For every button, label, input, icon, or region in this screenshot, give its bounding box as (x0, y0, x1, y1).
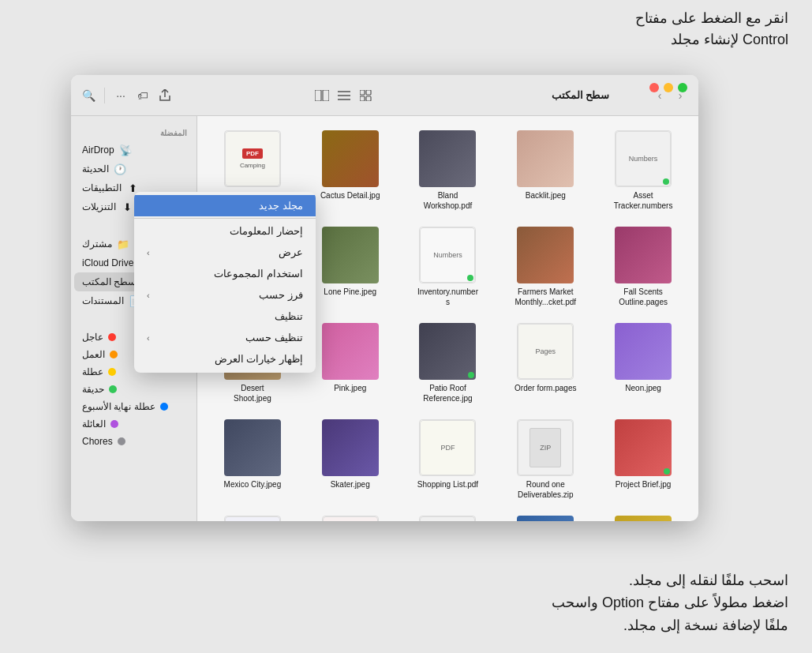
sidebar-label-shared: مشترك (82, 238, 112, 250)
file-name-project: Project Brief.jpg (616, 479, 672, 490)
file-item-backlit[interactable]: Backlit.jpeg (500, 126, 591, 216)
annotation-bottom: اسحب ملفًا لنقله إلى مجلد. اضغط مطولاً ع… (552, 569, 788, 637)
ctx-arrow-sort-by: › (147, 291, 150, 300)
file-thumb-farmers (517, 227, 574, 283)
window-title: سطح المكتب (516, 89, 645, 101)
view-icon-grid[interactable] (358, 88, 374, 103)
file-item-lone[interactable]: Lone Pine.jpeg (305, 222, 396, 312)
file-item-bland[interactable]: Bland Workshop.pdf (402, 126, 494, 216)
context-menu: مجلد جديدإحضار المعلوماتعرض›استخدام المج… (134, 192, 316, 373)
traffic-lights (649, 83, 687, 92)
sidebar-item-tag-family[interactable]: العائلة (74, 415, 193, 433)
file-item-roundone[interactable]: ZIP Round one Deliverables.zip (500, 415, 591, 505)
file-name-inventory: Inventory.numbers (416, 287, 479, 307)
file-thumb-skater (322, 419, 379, 476)
file-item-farmers[interactable]: Farmers Market Monthly...cket.pdf (500, 222, 591, 312)
file-item-neon[interactable]: Neon.jpeg (597, 318, 689, 408)
tag-dot-tag-family (110, 420, 118, 428)
ctx-item-new-folder[interactable]: مجلد جديد (134, 195, 316, 216)
more-options-icon[interactable]: ··· (113, 88, 129, 103)
sidebar-icon-recent: 🕐 (114, 163, 126, 175)
tag-dot-tag-weekend (160, 403, 168, 411)
toolbar-separator (104, 88, 105, 103)
file-item-skater[interactable]: Skater.jpeg (305, 415, 396, 505)
ctx-item-show-view-opts[interactable]: إظهار خيارات العرض (134, 348, 316, 370)
file-name-patio: Patio Roof Reference.jpg (416, 383, 479, 403)
file-thumb-shopping: PDF (419, 419, 476, 476)
sidebar-item-recent[interactable]: 🕐الحديثة (74, 159, 193, 178)
sidebar-label-apps: التطبيقات (82, 182, 122, 193)
sidebar-label-tag-weekend: عطلة نهاية الأسبوع (82, 401, 155, 412)
file-thumb-mexico (224, 419, 281, 476)
ctx-item-get-info[interactable]: إحضار المعلومات (134, 220, 316, 242)
sidebar-label-downloads: التنزيلات (82, 201, 116, 212)
file-item-asset[interactable]: NumbersAsset Tracker.numbers (597, 126, 689, 216)
sidebar-item-tag-weekend[interactable]: عطلة نهاية الأسبوع (74, 398, 193, 415)
toolbar: 🔍 ··· 🏷 سطح المكتب ‹ › (71, 75, 698, 116)
file-item-mexico[interactable]: Mexico City.jpeg (207, 415, 298, 505)
tag-dot-tag-vacation (108, 368, 116, 376)
file-name-order: Order form.pages (515, 383, 576, 393)
file-thumb-asset: Numbers (615, 130, 672, 187)
file-item-presentation[interactable]: docxPresentation Outline.docx (305, 511, 396, 521)
file-thumb-sunflower (615, 516, 672, 521)
file-item-sunflower[interactable] (597, 511, 689, 521)
ctx-item-clean-up-by[interactable]: تنظيف حسب› (134, 327, 316, 348)
tag-icon[interactable]: 🏷 (135, 88, 151, 103)
svg-rect-6 (366, 90, 371, 95)
sidebar-label-tag-urgent: عاجل (82, 332, 103, 343)
file-item-production[interactable]: NumbersProduction Budget.numbers (207, 511, 298, 521)
file-thumb-backlit (517, 130, 574, 187)
ctx-arrow-view: › (147, 248, 150, 257)
ctx-separator-1 (134, 218, 316, 219)
file-item-patio[interactable]: Patio Roof Reference.jpg (402, 318, 494, 408)
ctx-item-view[interactable]: عرض› (134, 242, 316, 263)
file-item-fall[interactable]: Fall Scents Outline.pages (597, 222, 689, 312)
file-status-dot-project (664, 468, 670, 475)
finder-window: 🔍 ··· 🏷 سطح المكتب ‹ › المفضلة📡AirDrop🕐ا… (71, 75, 698, 521)
file-item-cactus[interactable]: Cactus Detail.jpg (305, 126, 396, 216)
file-name-lone: Lone Pine.jpeg (324, 287, 376, 297)
file-thumb-roundone: ZIP (517, 419, 574, 476)
minimize-button[interactable] (664, 83, 673, 92)
file-item-inventory[interactable]: NumbersInventory.numbers (402, 222, 494, 312)
ctx-item-use-groups[interactable]: استخدام المجموعات (134, 263, 316, 284)
sidebar-label-documents: المستندات (82, 295, 124, 306)
file-item-order[interactable]: PagesOrder form.pages (500, 318, 591, 408)
file-thumb-production: Numbers (224, 516, 281, 521)
file-thumb-lone (322, 227, 379, 283)
file-thumb-cactus (322, 130, 379, 187)
search-icon[interactable]: 🔍 (80, 88, 96, 103)
sidebar-item-tag-chores[interactable]: Chores (74, 433, 193, 450)
close-button[interactable] (649, 83, 659, 92)
file-name-pink: Pink.jpeg (334, 383, 366, 393)
sidebar-label-tag-garden: حديقة (82, 384, 104, 395)
file-item-pink[interactable]: Pink.jpeg (305, 318, 396, 408)
view-icon-columns[interactable] (314, 88, 330, 103)
ctx-item-sort-by[interactable]: فرز حسب› (134, 284, 316, 306)
annotation-top: انقر مع الضغط على مفتاح Control لإنشاء م… (635, 8, 788, 51)
sidebar-label-tag-chores: Chores (82, 436, 113, 447)
file-thumb-order: Pages (517, 323, 574, 380)
file-item-project[interactable]: Project Brief.jpg (597, 415, 689, 505)
svg-rect-1 (323, 90, 329, 101)
sidebar-item-tag-garden[interactable]: حديقة (74, 381, 193, 398)
fullscreen-button[interactable] (678, 83, 687, 92)
file-item-zip2[interactable]: ZIP (402, 511, 494, 521)
sidebar-icon-downloads: ⬇ (121, 201, 133, 213)
sidebar-label-tag-family: العائلة (82, 418, 106, 430)
file-name-backlit: Backlit.jpeg (526, 190, 566, 201)
sidebar-label-recent: الحديثة (82, 163, 109, 175)
ctx-arrow-clean-up-by: › (147, 333, 150, 343)
file-item-shopping[interactable]: PDFShopping List.pdf (402, 415, 494, 505)
file-name-skater: Skater.jpeg (331, 479, 370, 490)
svg-rect-7 (360, 96, 365, 101)
annotation-bottom-line3: ملفًا لإضافة نسخة إلى مجلد. (552, 614, 788, 637)
file-name-mexico: Mexico City.jpeg (224, 479, 282, 490)
view-icon-list[interactable] (336, 88, 352, 103)
file-item-schedule[interactable] (500, 511, 591, 521)
tag-dot-tag-garden (109, 385, 117, 393)
share-icon[interactable] (157, 88, 173, 103)
ctx-item-clean-up[interactable]: تنظيف (134, 306, 316, 327)
sidebar-item-airdrop[interactable]: 📡AirDrop (74, 141, 193, 159)
